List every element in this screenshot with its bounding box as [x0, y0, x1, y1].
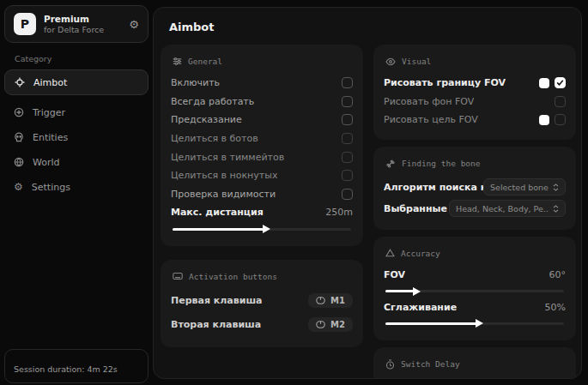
brand-subtitle: for Delta Force: [44, 25, 104, 35]
setting-value: 60°: [549, 269, 567, 280]
finding-bone-card: Finding the bone Алгоритм поиска костей …: [373, 147, 576, 230]
skull-icon: [14, 132, 24, 142]
checkbox[interactable]: [555, 114, 566, 125]
card-header-label: General: [188, 57, 222, 66]
setting-value: 250m: [325, 207, 353, 218]
setting-row-switch-delay-toggle: Задержка переключения: [384, 377, 566, 379]
setting-row-bone-algorithm: Алгоритм поиска костей Selected bone: [384, 177, 566, 198]
checkbox[interactable]: [342, 133, 353, 144]
setting-label: Включить: [171, 77, 220, 88]
setting-value: 50%: [545, 302, 566, 313]
bone-icon: [385, 159, 396, 169]
card-header-label: Activation buttons: [189, 272, 277, 281]
sidebar: P Premium for Delta Force ⚙ Category Aim…: [0, 0, 153, 385]
crosshair-icon: [15, 77, 25, 87]
keybind-value: M2: [330, 320, 345, 329]
setting-label: Сглаживание: [384, 302, 457, 313]
setting-label: Проверка видимости: [171, 189, 276, 200]
sidebar-item-label: Trigger: [33, 107, 65, 118]
checkbox[interactable]: [555, 96, 566, 107]
mouse-icon: [316, 321, 325, 328]
setting-label: Рисовать границу FOV: [384, 77, 506, 88]
sliders-icon: [173, 57, 182, 66]
setting-row-smoothing: Сглаживание 50%: [384, 298, 566, 316]
setting-label: Выбранные кости: [384, 203, 449, 214]
checkbox[interactable]: [342, 170, 353, 181]
app-logo: P: [14, 13, 36, 35]
setting-label: Рисовать фон FOV: [384, 96, 474, 107]
checkbox[interactable]: [342, 152, 353, 163]
max-distance-slider[interactable]: [173, 228, 351, 231]
setting-label: Макс. дистанция: [171, 207, 264, 218]
sidebar-item-settings[interactable]: ⚙ Settings: [4, 175, 149, 199]
eye-icon: [385, 57, 396, 66]
card-header-label: Finding the bone: [402, 159, 481, 168]
slider-thumb[interactable]: [263, 225, 270, 233]
gear-icon[interactable]: ⚙: [129, 19, 139, 30]
setting-row-target-knocked: Целиться в нокнутых: [171, 166, 353, 185]
setting-row-enable: Включить: [171, 74, 353, 93]
select-value: Head, Neck, Body, Pe...: [456, 204, 549, 214]
setting-row-second-key: Вторая клавиша M2: [171, 313, 353, 337]
timer-icon: [385, 359, 395, 370]
smoothing-slider[interactable]: [385, 322, 564, 325]
setting-row-draw-fov-background: Рисовать фон FOV: [384, 93, 566, 111]
fov-slider[interactable]: [385, 290, 564, 292]
keybind-button-m1[interactable]: M1: [308, 293, 353, 308]
setting-row-draw-fov-target: Рисовать цель FOV: [384, 111, 566, 129]
check-icon: [556, 79, 564, 87]
setting-label: Всегда работать: [171, 96, 254, 107]
setting-label: Алгоритм поиска костей: [384, 182, 483, 193]
setting-row-draw-fov-border: Рисовать границу FOV: [384, 74, 566, 93]
sidebar-item-label: Settings: [32, 182, 70, 193]
setting-row-visibility-check: Проверка видимости: [171, 185, 353, 204]
sidebar-item-trigger[interactable]: Trigger: [4, 100, 149, 124]
slider-thumb[interactable]: [413, 287, 421, 296]
checkbox[interactable]: [342, 114, 353, 125]
setting-label: FOV: [384, 269, 405, 280]
setting-row-prediction: Предсказание: [171, 111, 353, 129]
page-title: Aimbot: [169, 21, 574, 33]
color-swatch[interactable]: [539, 115, 549, 125]
selected-bones-select[interactable]: Head, Neck, Body, Pe...: [449, 200, 566, 217]
general-card: General Включить Всегда работать Предска…: [161, 45, 363, 246]
select-value: Selected bone: [490, 183, 549, 192]
visual-card: Visual Рисовать границу FOV Рисовать фон…: [373, 45, 576, 140]
activation-buttons-card: Activation buttons Первая клавиша M1 Вто…: [161, 260, 363, 347]
card-header-label: Switch Delay: [401, 359, 460, 369]
sidebar-item-aimbot[interactable]: Aimbot: [4, 69, 149, 95]
triangle-icon: [385, 249, 395, 257]
setting-label: Целиться в нокнутых: [171, 170, 277, 181]
accuracy-card: Accuracy FOV 60° Сглаживание 50%: [373, 237, 576, 340]
card-header-label: Visual: [402, 57, 431, 66]
target-icon: [14, 107, 24, 117]
checkbox[interactable]: [342, 77, 353, 88]
setting-row-target-teammates: Целиться в тиммейтов: [171, 147, 353, 166]
checkbox[interactable]: [342, 189, 353, 200]
mouse-icon: [316, 297, 325, 304]
brand-card: P Premium for Delta Force ⚙: [4, 5, 149, 43]
checkbox[interactable]: [555, 77, 566, 88]
setting-row-first-key: Первая клавиша M1: [171, 289, 353, 313]
sidebar-item-entities[interactable]: Entities: [4, 125, 149, 149]
keybind-button-m2[interactable]: M2: [308, 317, 353, 332]
session-duration-box: Session duration: 4m 22s: [4, 349, 149, 383]
setting-label: Целиться в тиммейтов: [171, 152, 284, 163]
setting-row-selected-bones: Выбранные кости Head, Neck, Body, Pe...: [384, 198, 566, 220]
slider-thumb[interactable]: [476, 319, 483, 328]
color-swatch[interactable]: [539, 78, 549, 88]
category-label: Category: [15, 54, 149, 63]
setting-label: Рисовать цель FOV: [384, 114, 478, 125]
chevrons-up-down-icon: [553, 205, 559, 213]
sidebar-item-world[interactable]: World: [4, 150, 149, 174]
setting-label: Предсказание: [171, 114, 242, 125]
settings-gear-icon: ⚙: [14, 182, 23, 192]
sidebar-item-label: Aimbot: [33, 77, 67, 88]
globe-icon: [14, 157, 24, 167]
brand-title: Premium: [44, 14, 104, 25]
sidebar-item-label: World: [33, 157, 60, 168]
bone-algorithm-select[interactable]: Selected bone: [483, 178, 566, 196]
checkbox[interactable]: [342, 96, 353, 107]
setting-row-always-work: Всегда работать: [171, 93, 353, 111]
setting-label: Вторая клавиша: [171, 319, 261, 330]
